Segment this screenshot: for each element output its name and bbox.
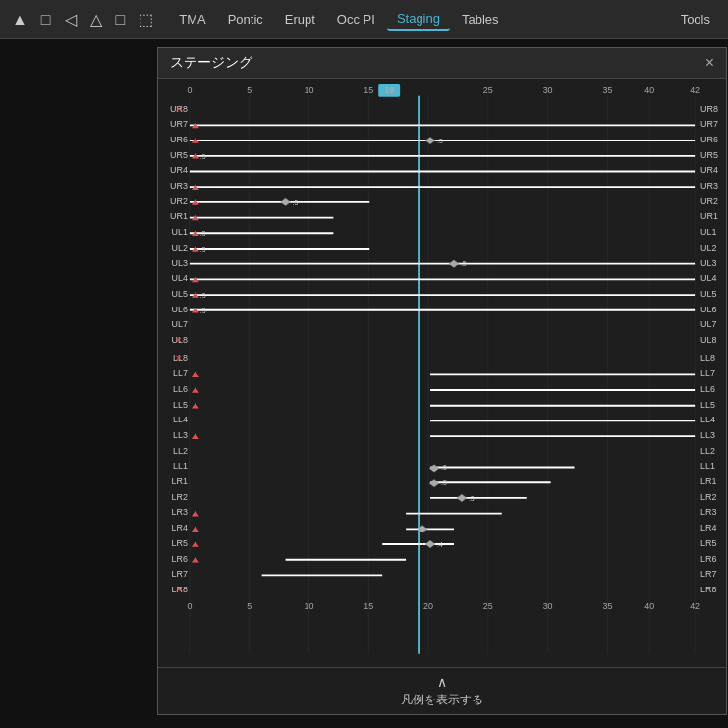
nav-occ-pi[interactable]: Occ PI: [327, 8, 385, 30]
footer-legend-button[interactable]: 凡例を表示する: [401, 692, 483, 708]
svg-text:UR6: UR6: [700, 135, 718, 144]
svg-marker-136: [192, 527, 199, 532]
svg-marker-147: [192, 557, 199, 563]
svg-marker-127: [457, 494, 467, 501]
toolbar-nav: TMA Pontic Erupt Occ PI Staging Tables: [169, 7, 666, 31]
svg-text:UL3: UL3: [700, 258, 717, 268]
nav-tma[interactable]: TMA: [169, 8, 215, 30]
svg-text:LL6: LL6: [700, 384, 715, 394]
svg-text:UL2: UL2: [700, 243, 717, 252]
svg-text:✕: ✕: [175, 585, 183, 594]
dialog-title: ステージング: [170, 54, 252, 72]
svg-text:35: 35: [602, 601, 612, 611]
dialog-titlebar: ステージング ×: [158, 48, 726, 79]
svg-text:LR3: LR3: [171, 508, 188, 518]
svg-text:LR3: LR3: [700, 508, 717, 518]
chart-container: .row-label { font-size: 9px; fill: #ccc;…: [158, 79, 726, 667]
svg-text:.5: .5: [441, 479, 447, 486]
dialog-close-button[interactable]: ×: [705, 54, 714, 72]
svg-text:.4: .4: [437, 541, 443, 548]
svg-marker-69: [449, 260, 459, 267]
svg-text:25: 25: [483, 601, 493, 611]
svg-text:.5: .5: [293, 199, 299, 206]
svg-text:.5: .5: [200, 230, 206, 237]
svg-text:40: 40: [644, 85, 654, 95]
svg-marker-100: [192, 387, 199, 393]
svg-text:42: 42: [690, 85, 700, 95]
svg-text:LL4: LL4: [700, 416, 715, 425]
svg-text:LL7: LL7: [700, 369, 715, 379]
svg-text:UR4: UR4: [700, 166, 718, 176]
nav-pontic[interactable]: Pontic: [218, 8, 273, 30]
nav-tables[interactable]: Tables: [452, 8, 509, 30]
svg-marker-96: [192, 372, 199, 378]
svg-text:LL4: LL4: [173, 416, 188, 425]
dialog-footer: ∧ 凡例を表示する: [158, 667, 726, 714]
svg-text:UR5: UR5: [170, 150, 188, 160]
nav-tools[interactable]: Tools: [671, 8, 720, 30]
staging-chart: .row-label { font-size: 9px; fill: #ccc;…: [158, 83, 726, 663]
svg-text:LL8: LL8: [700, 354, 715, 364]
svg-text:UR1: UR1: [700, 212, 718, 222]
svg-text:LL2: LL2: [173, 446, 188, 456]
svg-text:UL7: UL7: [171, 320, 188, 330]
svg-text:10: 10: [304, 85, 313, 95]
svg-text:UL6: UL6: [700, 305, 717, 314]
svg-marker-104: [192, 403, 199, 409]
svg-text:0: 0: [187, 85, 192, 95]
main-area: ステージング × .row-label { font-size: 9px; fi…: [0, 39, 728, 728]
tool-icon-2[interactable]: □: [37, 9, 55, 30]
staging-dialog: ステージング × .row-label { font-size: 9px; fi…: [157, 47, 727, 715]
svg-text:35: 35: [602, 85, 612, 95]
svg-text:UL4: UL4: [700, 274, 717, 284]
svg-text:LR5: LR5: [700, 538, 717, 548]
svg-text:LR1: LR1: [171, 476, 188, 486]
svg-text:42: 42: [690, 601, 700, 611]
svg-text:UL1: UL1: [171, 227, 188, 237]
tool-icon-3[interactable]: ◁: [61, 8, 81, 30]
svg-text:30: 30: [543, 85, 553, 95]
svg-text:25: 25: [483, 85, 493, 95]
svg-text:LR7: LR7: [171, 570, 188, 580]
tool-icon-5[interactable]: □: [112, 9, 130, 30]
footer-expand-icon[interactable]: ∧: [437, 674, 447, 690]
svg-text:UR8: UR8: [700, 104, 718, 114]
svg-text:LL1: LL1: [700, 462, 715, 472]
svg-text:UR5: UR5: [700, 150, 718, 160]
svg-text:.5: .5: [461, 261, 467, 268]
svg-text:LR7: LR7: [700, 570, 717, 580]
svg-text:UR6: UR6: [170, 135, 188, 144]
svg-marker-132: [192, 511, 199, 517]
svg-text:0: 0: [187, 601, 192, 611]
svg-text:LR8: LR8: [700, 585, 717, 594]
tool-icon-6[interactable]: ⬚: [135, 8, 157, 30]
svg-marker-111: [192, 433, 199, 439]
svg-text:UL6: UL6: [171, 305, 188, 314]
toolbar: ▲ □ ◁ △ □ ⬚ TMA Pontic Erupt Occ PI Stag…: [0, 0, 728, 39]
nav-erupt[interactable]: Erupt: [275, 8, 325, 30]
svg-text:.5: .5: [200, 153, 206, 160]
svg-text:20: 20: [423, 601, 433, 611]
svg-text:LR6: LR6: [171, 554, 188, 564]
svg-text:40: 40: [644, 601, 654, 611]
svg-text:LL6: LL6: [173, 384, 188, 394]
svg-text:15: 15: [364, 85, 373, 95]
tool-icon-4[interactable]: △: [86, 8, 106, 30]
svg-text:✕: ✕: [175, 335, 183, 345]
svg-text:10: 10: [304, 601, 313, 611]
svg-text:.5: .5: [441, 465, 447, 472]
svg-text:LL7: LL7: [173, 369, 188, 379]
svg-text:UR2: UR2: [700, 196, 718, 206]
svg-text:UL1: UL1: [700, 227, 717, 237]
svg-text:UR7: UR7: [170, 120, 188, 130]
svg-text:LL3: LL3: [700, 430, 715, 440]
nav-staging[interactable]: Staging: [387, 7, 450, 31]
svg-marker-32: [425, 137, 435, 143]
svg-text:UL5: UL5: [700, 289, 717, 299]
tool-icon-1[interactable]: ▲: [8, 9, 31, 30]
svg-text:UR2: UR2: [170, 196, 188, 206]
svg-text:UR7: UR7: [700, 120, 718, 130]
svg-text:LR1: LR1: [700, 476, 717, 486]
svg-text:15: 15: [364, 601, 373, 611]
svg-text:LL5: LL5: [173, 400, 188, 410]
